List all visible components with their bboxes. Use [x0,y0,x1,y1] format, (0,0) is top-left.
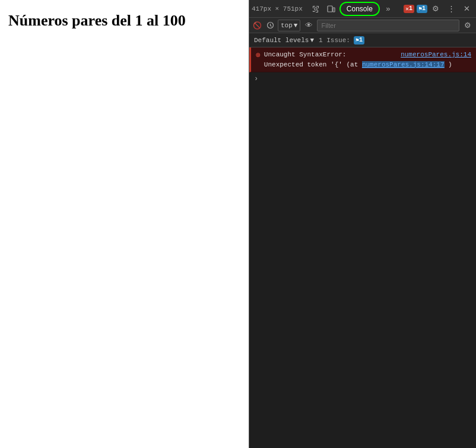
settings-button[interactable]: ⚙ [429,2,443,16]
page-dimension-label: 417px × 751px [252,5,303,12]
console-output: ⊗ Uncaught SyntaxError: numerosPares.js:… [249,47,476,448]
clear-console-button[interactable]: 🚫 [252,20,262,31]
console-toolbar: 🚫 top ▼ 👁 ⚙ [249,18,476,33]
error-file-link[interactable]: numerosPares.js:14 [401,50,471,60]
console-settings-button[interactable]: ⚙ [462,20,474,31]
close-devtools-button[interactable]: ✕ [459,2,474,16]
error-icon: ⊗ [256,50,261,60]
error-detail-line: Unexpected token '{' (at numerosPares.js… [264,60,471,70]
context-selector[interactable]: top ▼ [278,20,300,31]
warning-badge: ⚑ 1 [417,5,427,13]
error-main-line: Uncaught SyntaxError: numerosPares.js:14 [264,50,471,60]
error-badge: ✕ 1 [404,5,414,13]
error-message: Uncaught SyntaxError: numerosPares.js:14… [264,50,471,69]
console-filter-input[interactable] [317,20,459,31]
page-heading: Números pares del 1 al 100 [8,12,240,30]
log-levels-dropdown[interactable]: Default levels ▼ [254,37,314,44]
customize-button[interactable]: ⋮ [444,2,458,16]
console-tab[interactable]: Console [339,2,380,16]
error-entry[interactable]: ⊗ Uncaught SyntaxError: numerosPares.js:… [249,47,476,72]
prompt-arrow: › [254,75,258,83]
webpage-panel: Números pares del 1 al 100 [0,0,249,448]
preserve-log-button[interactable] [265,20,275,31]
console-prompt: › [249,72,476,85]
inspect-element-button[interactable] [309,2,323,16]
svg-rect-0 [315,8,317,10]
console-levels-bar: Default levels ▼ 1 Issue: ⚑ 1 [249,33,476,47]
devtools-panel: 417px × 751px Console » ✕ 1 ⚑ 1 ⚙ ⋮ ✕ 🚫 [249,0,476,448]
svg-rect-2 [333,8,335,12]
error-type: Uncaught SyntaxError: [264,50,347,60]
device-toggle-button[interactable] [324,2,338,16]
eye-button[interactable]: 👁 [303,20,315,31]
error-detail-link[interactable]: numerosPares.js:14:17 [362,61,445,68]
more-tabs-button[interactable]: » [381,2,395,16]
issues-count-badge: ⚑ 1 [354,36,364,45]
svg-rect-1 [328,6,332,12]
devtools-topbar: 417px × 751px Console » ✕ 1 ⚑ 1 ⚙ ⋮ ✕ [249,0,476,18]
issues-indicator: 1 Issue: ⚑ 1 [319,36,364,45]
